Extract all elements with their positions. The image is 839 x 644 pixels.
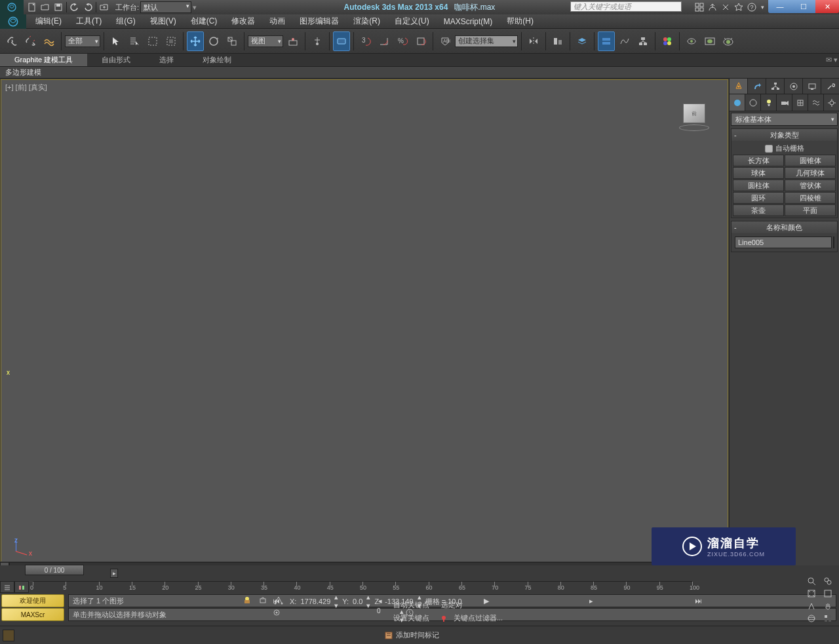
select-region-rect-icon[interactable] bbox=[144, 31, 161, 51]
render-frame-icon[interactable] bbox=[701, 31, 718, 51]
rollout-header-objtype[interactable]: -对象类型 bbox=[732, 129, 837, 141]
infocenter-icon[interactable] bbox=[693, 1, 705, 13]
menu-edit[interactable]: 编辑(E) bbox=[29, 14, 68, 28]
schematic-view-icon[interactable] bbox=[634, 31, 652, 51]
viewcube-ring[interactable] bbox=[679, 124, 709, 131]
status-maxscript[interactable]: MAXScr bbox=[1, 608, 64, 621]
material-editor-icon[interactable] bbox=[659, 31, 676, 51]
workspace-drop-icon[interactable]: ▾ bbox=[193, 3, 202, 12]
ribbon-tab-freeform[interactable]: 自由形式 bbox=[87, 54, 145, 66]
btn-sphere[interactable]: 球体 bbox=[733, 167, 784, 179]
maximize-button[interactable]: ☐ bbox=[792, 0, 815, 13]
named-selection-select[interactable]: 创建选择集 bbox=[455, 35, 518, 47]
ribbon-tab-objectpaint[interactable]: 对象绘制 bbox=[188, 54, 246, 66]
unlink-icon[interactable] bbox=[22, 31, 39, 51]
isolation-icon[interactable] bbox=[258, 596, 270, 607]
ribbon-minimize-icon[interactable]: ✉ ▾ bbox=[825, 56, 839, 64]
selection-filter-select[interactable]: 全部 bbox=[65, 35, 100, 47]
tab-create-icon[interactable] bbox=[730, 79, 748, 94]
app-menu-button[interactable] bbox=[0, 0, 24, 14]
save-icon[interactable] bbox=[52, 1, 64, 13]
tab-display-icon[interactable] bbox=[803, 79, 821, 94]
btn-torus[interactable]: 圆环 bbox=[733, 192, 784, 204]
spinner-snap-icon[interactable] bbox=[412, 31, 429, 51]
help-drop-icon[interactable]: ▾ bbox=[759, 1, 766, 13]
bind-spacewarp-icon[interactable] bbox=[41, 31, 58, 51]
menu-rendering[interactable]: 渲染(R) bbox=[347, 14, 387, 28]
keyboard-shortcut-override-icon[interactable] bbox=[333, 31, 350, 51]
menu-animation[interactable]: 动画 bbox=[263, 14, 292, 28]
ribbon-tab-selection[interactable]: 选择 bbox=[145, 54, 188, 66]
workspace-select[interactable]: 默认 bbox=[140, 1, 191, 13]
ribbon-toggle-icon[interactable] bbox=[598, 31, 615, 51]
trackbar-keys-icon[interactable] bbox=[14, 581, 29, 593]
viewport[interactable]: [+] [前] [真实] 前 x z x bbox=[1, 79, 728, 565]
angle-snap-icon[interactable] bbox=[376, 31, 393, 51]
minimize-button[interactable]: — bbox=[768, 0, 792, 13]
btn-tube[interactable]: 管状体 bbox=[785, 180, 836, 191]
btn-plane[interactable]: 平面 bbox=[785, 204, 836, 216]
time-slider[interactable]: 0 / 100 ▸ bbox=[0, 565, 839, 581]
undo-icon[interactable] bbox=[69, 1, 81, 13]
help-search-input[interactable]: 键入关键字或短语 bbox=[570, 1, 682, 12]
curve-editor-icon[interactable] bbox=[616, 31, 633, 51]
viewcube[interactable]: 前 bbox=[679, 104, 709, 130]
pivot-center-icon[interactable] bbox=[284, 31, 302, 51]
keymode-icon[interactable] bbox=[271, 607, 376, 624]
rollout-header-name[interactable]: -名称和颜色 bbox=[732, 221, 837, 233]
window-crossing-icon[interactable] bbox=[163, 31, 180, 51]
subtab-cameras-icon[interactable] bbox=[777, 94, 792, 111]
menu-views[interactable]: 视图(V) bbox=[144, 14, 183, 28]
btn-cylinder[interactable]: 圆柱体 bbox=[733, 180, 784, 191]
tab-modify-icon[interactable] bbox=[748, 79, 766, 94]
menu-customize[interactable]: 自定义(U) bbox=[388, 14, 436, 28]
lock-selection-icon[interactable] bbox=[243, 596, 254, 607]
select-move-icon[interactable] bbox=[187, 31, 204, 51]
render-production-icon[interactable] bbox=[720, 31, 737, 51]
select-object-icon[interactable] bbox=[107, 31, 125, 51]
ref-coord-select[interactable]: 视图 bbox=[248, 35, 283, 47]
favorite-icon[interactable] bbox=[733, 1, 745, 13]
subtab-lights-icon[interactable] bbox=[761, 94, 777, 111]
menu-create[interactable]: 创建(C) bbox=[184, 14, 224, 28]
time-slider-rbracket[interactable]: ▸ bbox=[110, 569, 118, 578]
viewcube-face[interactable]: 前 bbox=[683, 104, 705, 123]
subtab-systems-icon[interactable] bbox=[824, 94, 839, 111]
btn-cone[interactable]: 圆锥体 bbox=[785, 155, 836, 166]
geometry-category-select[interactable]: 标准基本体 bbox=[731, 113, 838, 126]
layer-manager-icon[interactable] bbox=[574, 31, 591, 51]
signin-icon[interactable] bbox=[707, 1, 718, 13]
goto-start-icon[interactable]: ⏮ bbox=[271, 596, 376, 607]
autogrid-checkbox[interactable]: 自动栅格 bbox=[733, 142, 836, 155]
mirror-icon[interactable] bbox=[525, 31, 542, 51]
tab-hierarchy-icon[interactable] bbox=[766, 79, 785, 94]
trackbar-open-mini-icon[interactable] bbox=[0, 581, 14, 593]
redo-icon[interactable] bbox=[82, 1, 94, 13]
next-frame-icon[interactable]: ▸ bbox=[588, 596, 693, 607]
named-selection-icon[interactable]: ABC bbox=[437, 31, 454, 51]
menu-tools[interactable]: 工具(T) bbox=[69, 14, 108, 28]
help-icon[interactable]: ? bbox=[746, 1, 758, 13]
select-rotate-icon[interactable] bbox=[205, 31, 222, 51]
time-slider-handle[interactable]: 0 / 100 bbox=[25, 565, 84, 575]
app-logo[interactable] bbox=[0, 14, 26, 29]
current-frame-input[interactable]: 0 bbox=[377, 607, 399, 624]
subtab-shapes-icon[interactable] bbox=[745, 94, 761, 111]
subtab-spacewarps-icon[interactable] bbox=[808, 94, 824, 111]
menu-group[interactable]: 组(G) bbox=[109, 14, 142, 28]
new-icon[interactable] bbox=[26, 1, 38, 13]
align-icon[interactable] bbox=[549, 31, 566, 51]
play-icon[interactable]: ▶ bbox=[482, 596, 587, 607]
select-scale-icon[interactable] bbox=[224, 31, 241, 51]
ribbon-tab-graphite[interactable]: Graphite 建模工具 bbox=[0, 54, 87, 66]
object-name-input[interactable] bbox=[735, 237, 832, 248]
render-setup-icon[interactable] bbox=[683, 31, 700, 51]
status-welcome[interactable]: 欢迎使用 bbox=[1, 594, 64, 607]
select-manipulate-icon[interactable] bbox=[309, 31, 326, 51]
select-by-name-icon[interactable] bbox=[126, 31, 143, 51]
goto-end-icon[interactable]: ⏭ bbox=[693, 596, 798, 607]
btn-pyramid[interactable]: 四棱锥 bbox=[785, 192, 836, 204]
snap-3d-icon[interactable]: 3 bbox=[357, 31, 374, 51]
viewport-label[interactable]: [+] [前] [真实] bbox=[5, 83, 47, 92]
exchange-icon[interactable] bbox=[720, 1, 732, 13]
